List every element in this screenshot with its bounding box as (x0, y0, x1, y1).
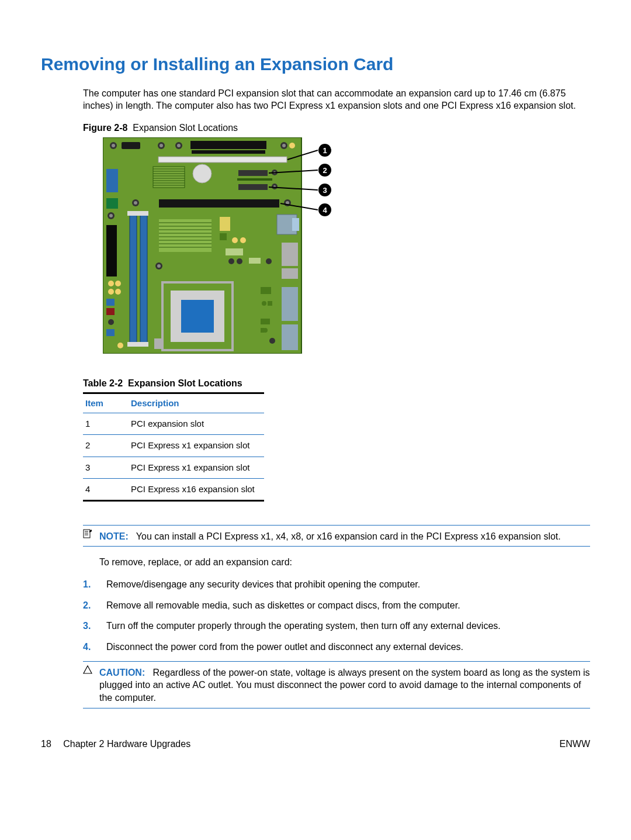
page-footer: 18 Chapter 2 Hardware Upgrades ENWW (41, 738, 590, 751)
svg-point-69 (237, 258, 242, 264)
svg-rect-36 (106, 169, 118, 192)
note-text: You can install a PCI Express x1, x4, x8… (136, 531, 561, 541)
table-header-item: Item (83, 394, 129, 413)
svg-rect-3 (122, 142, 140, 149)
svg-point-70 (266, 258, 272, 264)
svg-point-68 (228, 258, 234, 264)
svg-rect-14 (153, 167, 185, 188)
svg-rect-79 (282, 287, 298, 321)
svg-rect-80 (282, 324, 298, 350)
note-box: NOTE: You can install a PCI Express x1, … (83, 525, 590, 547)
table-row: 2 PCI Express x1 expansion slot (83, 435, 264, 457)
table-row: 3 PCI Express x1 expansion slot (83, 457, 264, 478)
svg-rect-45 (106, 299, 115, 306)
intro-paragraph: The computer has one standard PCI expans… (83, 87, 590, 112)
table-cell-item: 1 (83, 413, 129, 435)
svg-rect-73 (292, 218, 299, 231)
step-item: 1.Remove/disengage any security devices … (83, 578, 590, 591)
svg-point-23 (193, 164, 212, 183)
svg-rect-48 (106, 329, 115, 336)
lead-in-text: To remove, replace, or add an expansion … (83, 556, 590, 569)
step-number: 2. (83, 599, 106, 612)
svg-rect-88 (154, 338, 162, 349)
svg-rect-33 (159, 199, 279, 208)
svg-rect-76 (261, 287, 271, 294)
caution-icon (83, 665, 93, 677)
note-icon (83, 529, 93, 541)
figure-caption: Figure 2-8 Expansion Slot Locations (83, 122, 590, 134)
table-label: Table 2-2 (83, 378, 123, 388)
caution-box: CAUTION: Regardless of the power-on stat… (83, 661, 590, 708)
svg-rect-37 (106, 198, 118, 209)
svg-point-84 (269, 338, 275, 344)
svg-rect-30 (237, 178, 272, 181)
svg-rect-9 (192, 150, 265, 154)
svg-rect-24 (238, 170, 268, 176)
table-row: 1 PCI expansion slot (83, 413, 264, 435)
motherboard-figure: 1 2 3 4 (103, 137, 590, 354)
table-cell-description: PCI expansion slot (129, 413, 264, 435)
svg-point-77 (262, 301, 266, 306)
svg-point-66 (240, 237, 246, 243)
step-text: Remove/disengage any security devices th… (106, 578, 420, 591)
caution-label: CAUTION: (99, 668, 145, 677)
svg-point-32 (134, 201, 137, 205)
svg-point-2 (112, 144, 115, 147)
svg-rect-78 (268, 301, 272, 306)
svg-point-44 (115, 289, 121, 295)
callout-1: 1 (323, 146, 327, 155)
svg-point-11 (282, 144, 286, 147)
step-item: 2.Remove all removable media, such as di… (83, 599, 590, 612)
page-title: Removing or Installing an Expansion Card (41, 53, 590, 77)
svg-rect-51 (140, 215, 147, 343)
svg-rect-13 (158, 157, 287, 163)
table-cell-item: 3 (83, 457, 129, 478)
svg-rect-64 (220, 233, 227, 240)
step-number: 3. (83, 620, 106, 632)
svg-point-42 (115, 281, 121, 286)
svg-rect-87 (181, 300, 214, 333)
svg-point-47 (108, 319, 114, 325)
step-number: 1. (83, 578, 106, 591)
table-cell-description: PCI Express x1 expansion slot (129, 457, 264, 478)
note-label: NOTE: (99, 531, 129, 541)
page-number: 18 (41, 739, 51, 749)
callout-4: 4 (323, 206, 327, 215)
svg-point-12 (289, 143, 295, 148)
table-caption-text: Expansion Slot Locations (128, 378, 242, 388)
figure-caption-text: Expansion Slot Locations (133, 123, 238, 133)
svg-point-65 (232, 237, 238, 243)
step-text: Turn off the computer properly through t… (106, 620, 501, 632)
svg-point-41 (108, 281, 114, 286)
step-item: 4.Disconnect the power cord from the pow… (83, 641, 590, 654)
figure-label: Figure 2-8 (83, 123, 127, 133)
step-number: 4. (83, 641, 106, 654)
step-text: Disconnect the power cord from the power… (106, 641, 463, 654)
callout-3: 3 (323, 186, 327, 195)
svg-rect-25 (238, 184, 268, 190)
svg-rect-67 (226, 248, 243, 255)
table-header-description: Description (129, 394, 264, 413)
svg-rect-75 (282, 268, 298, 279)
svg-rect-81 (261, 319, 270, 324)
svg-point-7 (177, 144, 181, 147)
step-text: Remove all removable media, such as disk… (106, 599, 460, 612)
chapter-label: Chapter 2 Hardware Upgrades (63, 739, 190, 749)
step-item: 3.Turn off the computer properly through… (83, 620, 590, 632)
svg-point-90 (157, 264, 161, 268)
table-caption: Table 2-2 Expansion Slot Locations (83, 377, 264, 394)
svg-point-5 (160, 144, 163, 147)
table-cell-description: PCI Express x1 expansion slot (129, 435, 264, 457)
svg-rect-71 (249, 258, 261, 264)
steps-list: 1.Remove/disengage any security devices … (83, 578, 590, 653)
table-row: 4 PCI Express x16 expansion slot (83, 478, 264, 500)
svg-rect-63 (220, 217, 230, 231)
svg-rect-46 (106, 308, 115, 315)
svg-rect-50 (130, 215, 137, 343)
caution-text: Regardless of the power-on state, voltag… (99, 668, 590, 703)
svg-rect-99 (84, 530, 90, 538)
table-cell-description: PCI Express x16 expansion slot (129, 478, 264, 500)
svg-rect-83 (261, 328, 264, 333)
svg-marker-103 (84, 666, 92, 673)
content-region: The computer has one standard PCI expans… (83, 87, 590, 708)
